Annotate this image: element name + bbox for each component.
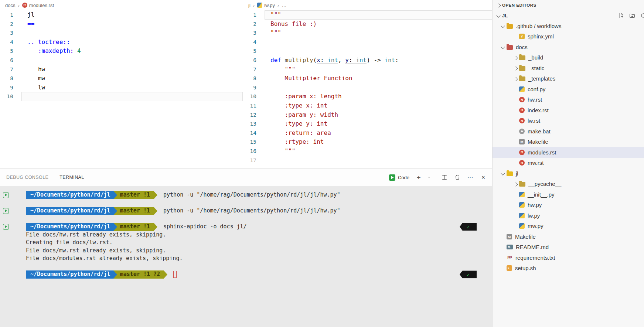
chevron-spacer <box>512 149 519 155</box>
tree-item-build[interactable]: _build <box>493 52 644 63</box>
breadcrumb-item-modules-rst[interactable]: Rmodules.rst <box>22 3 54 8</box>
tree-item-requirements-txt[interactable]: PPrequirements.txt <box>493 252 644 263</box>
tree-item-label: _build <box>528 54 543 61</box>
editor-lw-py[interactable]: jl›lw.py›… 1"""2Bonus file :)3"""456def … <box>243 0 492 168</box>
tree-item-lw-rst[interactable]: Rlw.rst <box>493 116 644 126</box>
terminal[interactable]: ~/Documents/python/rd/jlmaster !1python … <box>0 186 492 327</box>
tree-item-hw-rst[interactable]: Rhw.rst <box>493 95 644 105</box>
code-line-17[interactable]: 17 <box>243 156 492 165</box>
editor-modules-rst[interactable]: docs›Rmodules.rst 1jl2==34.. toctree::5 … <box>0 0 243 168</box>
new-file-icon[interactable] <box>617 12 625 19</box>
chevron-spacer <box>500 255 507 260</box>
panel-tab-terminal[interactable]: TERMINAL <box>59 168 84 186</box>
command-decoration-icon[interactable] <box>3 208 9 214</box>
tree-item-conf-py[interactable]: conf.py <box>493 84 644 95</box>
open-editors-section-header[interactable]: OPEN EDITORS <box>493 0 644 10</box>
line-number: 1 <box>0 10 19 20</box>
tree-item-templates[interactable]: _templates <box>493 74 644 84</box>
tree-item-mw-rst[interactable]: Rmw.rst <box>493 158 644 168</box>
workspace-root-header[interactable]: JL <box>493 10 644 21</box>
panel-tab-bar: DEBUG CONSOLETERMINAL Code +⋯× <box>0 168 492 186</box>
code-area[interactable]: 1jl2==34.. toctree::5 :maxdepth: 467 hw8… <box>0 10 243 101</box>
new-folder-icon[interactable] <box>628 12 636 19</box>
code-line-8[interactable]: 8 Multiplier Function <box>243 74 492 83</box>
folder-icon <box>507 171 513 176</box>
chevron-spacer <box>512 34 519 40</box>
tree-item-github-workflows[interactable]: .github / workflows <box>493 21 644 31</box>
breadcrumb-item-[interactable]: … <box>282 3 286 8</box>
panel-actions: Code +⋯× <box>389 174 487 181</box>
new-terminal-icon[interactable]: + <box>415 174 422 181</box>
prompt-path-segment: ~/Documents/python/rd/jl <box>26 223 113 231</box>
code-line-14[interactable]: 14 :return: area <box>243 129 492 138</box>
code-line-5[interactable]: 5 :maxdepth: 4 <box>0 47 243 56</box>
code-line-5[interactable]: 5 <box>243 47 492 56</box>
tree-item-pycache[interactable]: __pycache__ <box>493 179 644 190</box>
run-code-icon <box>389 174 395 181</box>
breadcrumb-item-lw-py[interactable]: lw.py <box>257 3 275 8</box>
panel-tab-debug-console[interactable]: DEBUG CONSOLE <box>6 168 48 186</box>
code-line-10[interactable]: 10 :param x: length <box>243 92 492 101</box>
code-line-3[interactable]: 3""" <box>243 28 492 38</box>
terminal-profile-launcher[interactable]: Code <box>389 174 409 181</box>
split-terminal-icon[interactable] <box>441 174 448 181</box>
code-line-9[interactable]: 9 lw <box>0 83 243 92</box>
launch-profile-chevron-icon[interactable] <box>428 174 435 181</box>
tree-item-makefile[interactable]: MMakefile <box>493 231 644 242</box>
tree-item-init-py[interactable]: __init__.py <box>493 189 644 200</box>
folder-icon <box>519 66 525 71</box>
code-line-12[interactable]: 12 :param y: width <box>243 110 492 120</box>
code-line-11[interactable]: 11 :type x: int <box>243 101 492 110</box>
code-line-1[interactable]: 1jl <box>0 10 243 20</box>
code-line-2[interactable]: 2== <box>0 20 243 29</box>
code-line-4[interactable]: 4.. toctree:: <box>0 38 243 47</box>
tree-item-makefile[interactable]: MMakefile <box>493 137 644 147</box>
tree-item-docs[interactable]: docs <box>493 42 644 52</box>
code-line-15[interactable]: 15 :rtype: int <box>243 137 492 147</box>
breadcrumb-item-jl[interactable]: jl <box>248 3 251 8</box>
tree-item-sphinx-yml[interactable]: Ysphinx.yml <box>493 31 644 42</box>
line-number: 14 <box>243 129 262 138</box>
prompt-path-segment: ~/Documents/python/rd/jl <box>26 207 113 215</box>
command-decoration-icon[interactable] <box>3 192 9 198</box>
code-line-7[interactable]: 7 """ <box>243 65 492 74</box>
code-line-6[interactable]: 6def multiply(x: int, y: int) -> int: <box>243 56 492 65</box>
code-line-7[interactable]: 7 hw <box>0 65 243 74</box>
breadcrumb-item-docs[interactable]: docs <box>5 3 15 8</box>
tree-item-hw-py[interactable]: hw.py <box>493 200 644 211</box>
code-line-6[interactable]: 6 <box>0 56 243 65</box>
code-text: :type y: int <box>262 119 327 129</box>
code-line-4[interactable]: 4 <box>243 38 492 47</box>
code-line-8[interactable]: 8 mw <box>0 74 243 83</box>
code-line-16[interactable]: 16 """ <box>243 147 492 156</box>
code-line-13[interactable]: 13 :type y: int <box>243 119 492 129</box>
refresh-icon[interactable] <box>640 12 644 19</box>
tree-item-index-rst[interactable]: Rindex.rst <box>493 105 644 116</box>
code-line-10[interactable]: 10 <box>0 92 243 101</box>
code-area[interactable]: 1"""2Bonus file :)3"""456def multiply(x:… <box>243 10 492 165</box>
tree-item-readme-md[interactable]: M↓README.md <box>493 242 644 253</box>
more-actions-icon[interactable]: ⋯ <box>467 174 474 181</box>
tree-item-mw-py[interactable]: mw.py <box>493 221 644 232</box>
code-line-9[interactable]: 9 <box>243 83 492 92</box>
code-line-3[interactable]: 3 <box>0 28 243 38</box>
tree-item-setup-sh[interactable]: >_setup.sh <box>493 263 644 274</box>
line-number: 9 <box>0 83 19 92</box>
tree-item-jl[interactable]: jl <box>493 168 644 179</box>
command-text: sphinx-apidoc -o docs jl/ <box>163 223 247 231</box>
prompt-path-segment: ~/Documents/python/rd/jl <box>26 270 113 279</box>
command-decoration-icon[interactable] <box>3 224 9 230</box>
py-file-icon <box>519 192 525 197</box>
close-panel-icon[interactable]: × <box>480 174 487 181</box>
kill-terminal-icon[interactable] <box>454 174 461 181</box>
line-number: 7 <box>0 65 19 74</box>
breadcrumb-label: docs <box>5 3 15 8</box>
tree-item-make-bat[interactable]: make.bat <box>493 126 644 137</box>
tree-item-lw-py[interactable]: lw.py <box>493 210 644 221</box>
tree-item-static[interactable]: _static <box>493 63 644 74</box>
code-line-1[interactable]: 1""" <box>243 10 492 20</box>
tree-item-modules-rst[interactable]: Rmodules.rst <box>493 147 644 158</box>
code-line-2[interactable]: 2Bonus file :) <box>243 20 492 29</box>
tree-item-label: requirements.txt <box>515 255 555 261</box>
py-file-icon <box>519 202 525 208</box>
